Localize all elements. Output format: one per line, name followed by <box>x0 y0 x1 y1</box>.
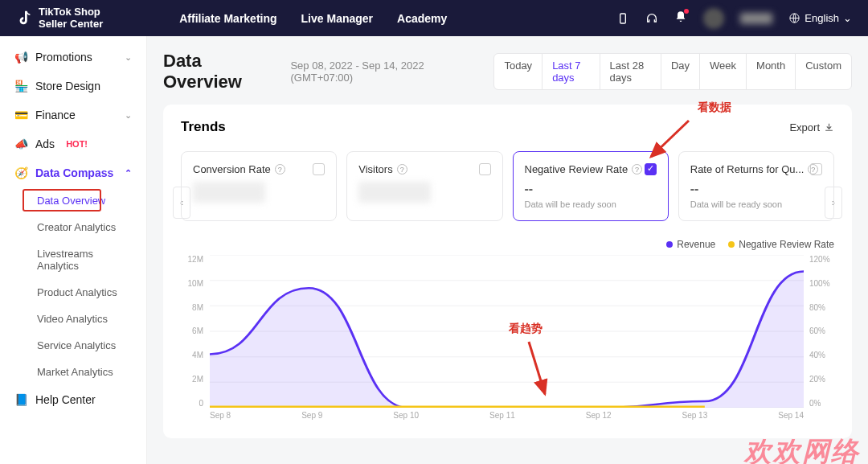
legend-revenue: Revenue <box>666 239 715 250</box>
sidebar-sub-market-analytics[interactable]: Market Analytics <box>0 359 146 385</box>
metric-title: Conversion Rate <box>193 163 271 175</box>
headset-icon[interactable] <box>645 12 658 25</box>
sidebar: 📢Promotions⌄🏪Store Design💳Finance⌄📣AdsHO… <box>0 36 147 464</box>
help-icon[interactable]: ? <box>275 164 285 175</box>
sidebar-item-ads[interactable]: 📣AdsHOT! <box>0 129 146 158</box>
metric-value-redacted <box>193 182 265 203</box>
bell-icon[interactable] <box>674 10 687 27</box>
help-icon[interactable]: ? <box>632 164 642 175</box>
metric-cards: ‹ › Conversion Rate ?Visitors ?Negative … <box>181 151 834 221</box>
chart-plot-area <box>210 255 804 408</box>
sidebar-help-center[interactable]: 📘 Help Center <box>0 385 146 414</box>
metric-note: Data will be ready soon <box>690 199 822 209</box>
metric-checkbox[interactable] <box>313 163 325 175</box>
sidebar-sub-service-analytics[interactable]: Service Analytics <box>0 332 146 359</box>
sidebar-item-data-compass[interactable]: 🧭Data Compass⌃ <box>0 158 146 187</box>
metric-card-2[interactable]: Negative Review Rate ?--Data will be rea… <box>513 151 669 221</box>
menu-icon: 🧭 <box>14 166 27 179</box>
pill-last-28-days[interactable]: Last 28 days <box>600 53 661 90</box>
chevron-icon: ⌄ <box>125 52 132 63</box>
menu-icon: 📣 <box>14 138 27 150</box>
sidebar-sub-creator-analytics[interactable]: Creator Analytics <box>0 214 146 240</box>
sidebar-sub-product-analytics[interactable]: Product Analytics <box>0 279 146 306</box>
export-button[interactable]: Export <box>789 121 834 133</box>
legend-negative-review-rate: Negative Review Rate <box>728 239 834 250</box>
sidebar-item-store-design[interactable]: 🏪Store Design <box>0 72 146 101</box>
sidebar-item-promotions[interactable]: 📢Promotions⌄ <box>0 43 146 72</box>
top-nav: TikTok ShopSeller Center Affiliate Marke… <box>0 0 868 36</box>
pill-week[interactable]: Week <box>699 53 747 90</box>
pill-month[interactable]: Month <box>746 53 796 90</box>
trends-chart: 12M10M8M6M4M2M0 120%100%80%60%40%20%0% S… <box>181 255 834 424</box>
main-nav: Affiliate Marketing Live Manager Academy <box>179 12 447 25</box>
tiktok-icon <box>16 10 34 27</box>
help-icon[interactable]: ? <box>397 164 407 175</box>
trends-card: Trends Export ‹ › Conversion Rate ?Visit… <box>163 105 852 438</box>
metric-title: Negative Review Rate <box>525 163 628 175</box>
language-selector[interactable]: English ⌄ <box>788 12 852 24</box>
metric-card-0[interactable]: Conversion Rate ? <box>181 151 337 221</box>
book-icon: 📘 <box>14 393 27 406</box>
metric-checkbox[interactable] <box>479 163 491 175</box>
menu-icon: 📢 <box>14 51 27 64</box>
brand-logo[interactable]: TikTok ShopSeller Center <box>16 6 103 30</box>
page-title: Data Overview <box>163 51 274 92</box>
pill-custom[interactable]: Custom <box>795 53 852 90</box>
chevron-icon: ⌄ <box>125 110 132 121</box>
metric-value-redacted <box>358 182 431 203</box>
hot-badge: HOT! <box>66 139 88 149</box>
y-axis-left: 12M10M8M6M4M2M0 <box>181 255 207 408</box>
sidebar-sub-livestreams-analytics[interactable]: Livestreams Analytics <box>0 240 146 279</box>
metric-card-1[interactable]: Visitors ? <box>346 151 502 221</box>
sidebar-sub-video-analytics[interactable]: Video Analytics <box>0 306 146 332</box>
chart-legend: RevenueNegative Review Rate <box>181 239 834 250</box>
metric-value: -- <box>525 182 657 196</box>
main-content: Data Overview Sep 08, 2022 - Sep 14, 202… <box>147 36 868 464</box>
chevron-down-icon: ⌄ <box>843 12 852 24</box>
metric-card-3[interactable]: Rate of Returns for Qu... ?--Data will b… <box>678 151 834 221</box>
metric-note: Data will be ready soon <box>525 199 657 209</box>
nav-live-manager[interactable]: Live Manager <box>301 12 373 25</box>
pill-today[interactable]: Today <box>493 53 542 90</box>
date-range-pills: TodayLast 7 daysLast 28 daysDayWeekMonth… <box>494 53 852 90</box>
date-range: Sep 08, 2022 - Sep 14, 2022 (GMT+07:00) <box>290 60 472 84</box>
username-redacted <box>740 13 772 24</box>
brand-line1: TikTok Shop <box>39 6 100 18</box>
nav-affiliate[interactable]: Affiliate Marketing <box>179 12 276 25</box>
phone-icon[interactable] <box>616 12 629 25</box>
menu-icon: 💳 <box>14 109 27 121</box>
avatar[interactable] <box>703 8 724 29</box>
pill-last-7-days[interactable]: Last 7 days <box>542 53 600 90</box>
globe-icon <box>788 12 800 24</box>
metric-value: -- <box>690 182 822 196</box>
metric-checkbox[interactable] <box>645 163 657 175</box>
metric-title: Rate of Returns for Qu... <box>690 163 805 175</box>
sidebar-item-finance[interactable]: 💳Finance⌄ <box>0 101 146 129</box>
brand-line2: Seller Center <box>39 18 103 30</box>
x-axis: Sep 8Sep 9Sep 10Sep 11Sep 12Sep 13Sep 14 <box>210 411 804 424</box>
metric-title: Visitors <box>358 163 392 175</box>
download-icon <box>824 122 834 133</box>
chevron-icon: ⌃ <box>125 168 132 179</box>
sidebar-sub-data-overview[interactable]: Data Overview <box>0 187 146 214</box>
pill-day[interactable]: Day <box>661 53 700 90</box>
svg-rect-0 <box>620 14 626 23</box>
top-right: English ⌄ <box>616 8 852 29</box>
menu-icon: 🏪 <box>14 80 27 92</box>
metric-checkbox[interactable] <box>810 163 822 175</box>
y-axis-right: 120%100%80%60%40%20%0% <box>806 255 834 408</box>
nav-academy[interactable]: Academy <box>397 12 447 25</box>
trends-title: Trends <box>181 119 226 135</box>
